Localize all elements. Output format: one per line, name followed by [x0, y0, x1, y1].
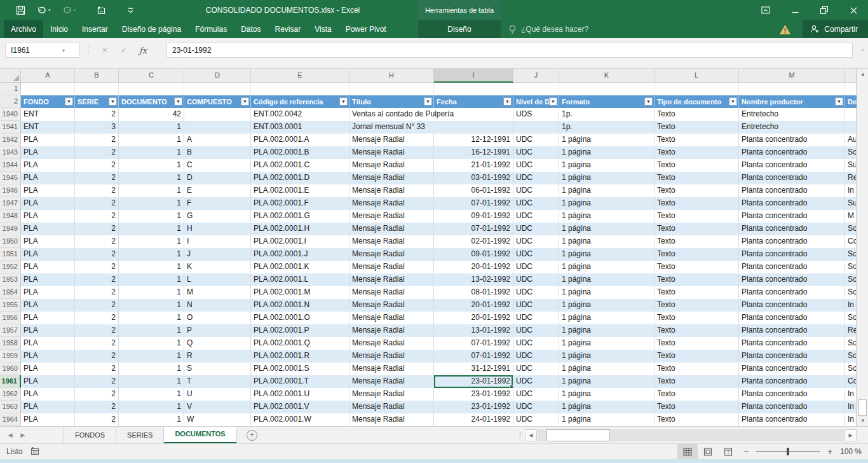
filter-icon[interactable]: ▼	[339, 97, 348, 106]
table-header-cell[interactable]: Título▼	[349, 95, 434, 108]
cell[interactable]: PLA.002.0001.P	[251, 324, 349, 337]
cell[interactable]: PLA	[21, 375, 75, 388]
horizontal-scroll-thumb[interactable]	[546, 429, 610, 441]
cell[interactable]: 1	[119, 223, 184, 235]
cell[interactable]: 1 página	[559, 388, 654, 401]
row-header[interactable]: 1964	[0, 413, 21, 426]
cell[interactable]: Texto	[654, 134, 739, 146]
row-header[interactable]: 1	[0, 83, 21, 95]
cell[interactable]: M	[845, 210, 857, 223]
macro-record-icon[interactable]	[31, 447, 39, 455]
cell[interactable]: 1 página	[559, 134, 654, 146]
cell[interactable]: PLA.002.0001.H	[251, 223, 349, 235]
cell[interactable]: UDC	[513, 375, 559, 388]
cell[interactable]	[559, 83, 654, 95]
scroll-up-icon[interactable]: ▲	[857, 69, 868, 79]
row-header[interactable]: 1940	[0, 108, 21, 121]
cell[interactable]: 07-01-1992	[434, 223, 513, 235]
column-header-N[interactable]	[845, 69, 857, 83]
expand-formula-bar-icon[interactable]: ⌄	[860, 46, 865, 52]
cell[interactable]: 2	[75, 223, 119, 235]
row-header[interactable]: 1951	[0, 248, 21, 261]
redo-dropdown-icon[interactable]: ▾	[74, 8, 76, 13]
view-page-layout-button[interactable]	[698, 444, 718, 459]
cell[interactable]: UDC	[513, 324, 559, 337]
cell[interactable]: Mensaje Radial	[349, 299, 434, 312]
cell[interactable]: O	[184, 312, 251, 324]
cell[interactable]: UDC	[513, 223, 559, 235]
cell[interactable]: 1	[119, 388, 184, 401]
table-header-cell[interactable]: De	[845, 95, 858, 108]
cell[interactable]: UDC	[513, 134, 559, 146]
sheet-tab-series[interactable]: SERIES	[116, 427, 164, 444]
cell[interactable]: Planta concentrado	[739, 312, 845, 324]
cell[interactable]: UDC	[513, 261, 559, 273]
cell[interactable]: Texto	[654, 401, 739, 413]
cell[interactable]: 1 página	[559, 273, 654, 286]
row-header[interactable]: 1961	[0, 375, 21, 388]
cell[interactable]: 13-01-1992	[434, 324, 513, 337]
cell[interactable]: Planta concentrado	[739, 363, 845, 375]
sheet-nav-left-icon[interactable]: ◀	[4, 427, 17, 444]
cell[interactable]: Mensaje Radial	[349, 134, 434, 146]
cell[interactable]: So	[845, 363, 857, 375]
cell[interactable]: 1p.	[559, 108, 654, 121]
column-header-C[interactable]: C	[119, 69, 184, 83]
cell[interactable]	[845, 83, 857, 95]
cell[interactable]: PLA	[21, 363, 75, 375]
cell[interactable]	[349, 83, 434, 95]
cell[interactable]: S	[184, 363, 251, 375]
cell[interactable]: Su	[845, 159, 857, 172]
cell[interactable]: UDC	[513, 337, 559, 350]
cell[interactable]: 2	[75, 108, 119, 121]
column-header-M[interactable]: M	[739, 69, 845, 83]
cell[interactable]: 1	[119, 337, 184, 350]
cell[interactable]: ENT.003.0001	[251, 121, 349, 134]
cell[interactable]: Mensaje Radial	[349, 210, 434, 223]
row-header[interactable]: 1949	[0, 223, 21, 235]
cell[interactable]	[119, 83, 184, 95]
table-header-cell[interactable]: Tipo de documento▼	[654, 95, 739, 108]
undo-dropdown-icon[interactable]: ▾	[48, 8, 51, 13]
cell[interactable]: 08-01-1992	[434, 286, 513, 299]
filter-icon[interactable]: ▼	[174, 97, 182, 106]
column-header-D[interactable]: D	[184, 69, 251, 83]
cell[interactable]: 09-01-1992	[434, 210, 513, 223]
cell[interactable]: 1 página	[559, 159, 654, 172]
cell[interactable]: 2	[75, 337, 119, 350]
row-header[interactable]: 1941	[0, 121, 21, 134]
share-button[interactable]: Compartir	[803, 20, 868, 38]
cell[interactable]: UDC	[513, 159, 559, 172]
row-header[interactable]: 1945	[0, 172, 21, 184]
cell[interactable]: UDS	[513, 108, 559, 121]
cell[interactable]: Texto	[654, 375, 739, 388]
horizontal-scrollbar[interactable]	[538, 429, 844, 441]
cell[interactable]: 1	[119, 121, 184, 134]
cell[interactable]: 1	[119, 324, 184, 337]
cell[interactable]: Au	[845, 134, 857, 146]
row-header[interactable]: 1957	[0, 324, 21, 337]
cell[interactable]: N	[184, 299, 251, 312]
cell[interactable]: 1	[119, 363, 184, 375]
cell[interactable]: Mensaje Radial	[349, 184, 434, 197]
row-header[interactable]: 1948	[0, 210, 21, 223]
cell[interactable]: L	[184, 273, 251, 286]
row-header[interactable]: 1959	[0, 350, 21, 363]
cell[interactable]: P	[184, 324, 251, 337]
cell[interactable]: Mensaje Radial	[349, 324, 434, 337]
column-header-J[interactable]: J	[513, 69, 559, 83]
cell[interactable]: 24-01-1992	[434, 413, 513, 426]
cell[interactable]	[513, 83, 559, 95]
row-header[interactable]: 1955	[0, 299, 21, 312]
cell[interactable]: 1	[119, 159, 184, 172]
cell[interactable]: Planta concentrado	[739, 324, 845, 337]
cell[interactable]: Planta concentrado	[739, 413, 845, 426]
name-box[interactable]: I1961 ▼	[5, 43, 80, 58]
cell[interactable]: In	[845, 413, 857, 426]
cell[interactable]: Mensaje Radial	[349, 197, 434, 210]
cell[interactable]: PLA.002.0001.Q	[251, 337, 349, 350]
cell[interactable]: Planta concentrado	[739, 401, 845, 413]
cell[interactable]: 2	[75, 210, 119, 223]
undo-button[interactable]: ▾	[31, 0, 57, 20]
cell[interactable]: PLA.002.0001.A	[251, 134, 349, 146]
